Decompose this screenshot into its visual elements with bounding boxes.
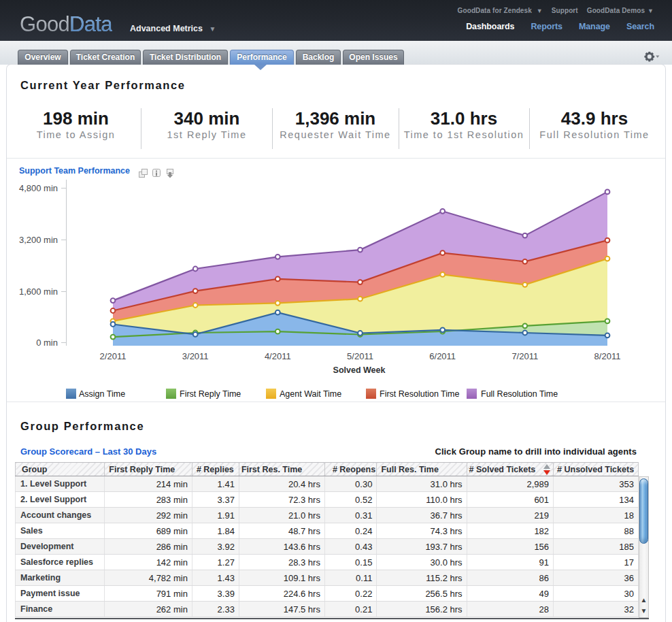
svg-text:3/2011: 3/2011 [182,351,209,361]
svg-text:4/2011: 4/2011 [265,351,291,361]
svg-text:2/2011: 2/2011 [100,351,127,361]
svg-text:1,600 min: 1,600 min [19,287,58,297]
svg-text:3,200 min: 3,200 min [19,235,58,245]
svg-text:7/2011: 7/2011 [511,351,538,361]
svg-text:8/2011: 8/2011 [594,351,621,361]
svg-text:Solved Week: Solved Week [333,365,386,375]
svg-text:4,800 min: 4,800 min [19,183,58,193]
svg-text:5/2011: 5/2011 [347,351,373,361]
svg-text:6/2011: 6/2011 [429,351,456,361]
svg-text:0 min: 0 min [36,338,58,348]
